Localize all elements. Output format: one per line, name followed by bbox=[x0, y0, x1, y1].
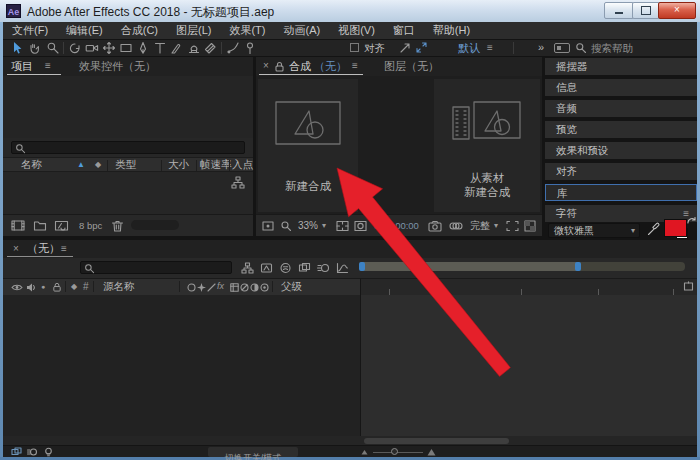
column-type[interactable]: 类型 bbox=[115, 158, 136, 171]
new-folder-icon[interactable] bbox=[33, 219, 47, 232]
zoom-level-dropdown[interactable]: 33% bbox=[298, 218, 318, 233]
column-framerate[interactable]: 帧速率 bbox=[200, 158, 232, 171]
timeline-zoom-slider-track[interactable] bbox=[373, 452, 423, 453]
timeline-zoom-slider-thumb[interactable] bbox=[391, 448, 398, 455]
workspace-label[interactable]: 默认 bbox=[458, 40, 480, 56]
pan-behind-tool-icon[interactable] bbox=[102, 41, 117, 56]
resolution-dropdown[interactable]: 完整 bbox=[470, 218, 490, 233]
frame-blending-toggle-icon[interactable] bbox=[11, 447, 22, 457]
effects-switch-icon[interactable]: fx bbox=[217, 279, 224, 294]
interpret-footage-icon[interactable] bbox=[11, 219, 26, 232]
timeline-hscrollbar[interactable] bbox=[360, 436, 697, 445]
3d-layer-switch-icon[interactable] bbox=[260, 283, 269, 292]
workspace-menu-icon[interactable]: ≡ bbox=[487, 40, 493, 56]
column-source-name[interactable]: 源名称 bbox=[103, 279, 135, 294]
roto-brush-tool-icon[interactable] bbox=[226, 41, 241, 56]
panel-tab-effects-presets[interactable]: 效果和预设 bbox=[545, 142, 697, 159]
time-navigator[interactable] bbox=[359, 262, 685, 271]
lock-icon[interactable] bbox=[274, 61, 285, 72]
safe-margins-icon[interactable] bbox=[336, 220, 349, 232]
menu-file[interactable]: 文件(F) bbox=[3, 22, 57, 39]
panel-tab-align[interactable]: 对齐 bbox=[545, 163, 697, 180]
tab-project[interactable]: 项目 bbox=[11, 57, 33, 75]
snapshot-camera-icon[interactable] bbox=[428, 220, 442, 232]
label-tag-icon[interactable]: ◆ bbox=[71, 279, 77, 294]
pen-tool-icon[interactable] bbox=[136, 41, 151, 56]
zoom-in-mountain-icon[interactable] bbox=[427, 448, 436, 456]
trash-icon[interactable] bbox=[111, 219, 124, 232]
type-tool-icon[interactable] bbox=[153, 41, 168, 56]
tab-effect-controls[interactable]: 效果控件（无） bbox=[79, 57, 156, 75]
transparency-grid-icon[interactable] bbox=[524, 220, 536, 232]
tab-composition[interactable]: 合成 bbox=[289, 57, 311, 75]
selection-tool-icon[interactable] bbox=[10, 41, 25, 56]
snap-expand-icon[interactable] bbox=[415, 41, 428, 54]
chevron-down-icon[interactable]: ▾ bbox=[322, 218, 326, 233]
time-navigator-view[interactable] bbox=[363, 262, 577, 271]
camera-tool-icon[interactable] bbox=[85, 41, 100, 56]
show-channel-icon[interactable] bbox=[448, 220, 464, 232]
menu-help[interactable]: 帮助(H) bbox=[424, 22, 479, 39]
graph-editor-icon[interactable] bbox=[336, 262, 349, 274]
layer-number-column[interactable]: # bbox=[83, 279, 89, 294]
tab-close-icon[interactable]: × bbox=[13, 240, 19, 257]
label-tag-icon[interactable]: ◆ bbox=[95, 158, 101, 171]
tab-composition-state[interactable]: （无） bbox=[314, 57, 347, 75]
time-ruler[interactable] bbox=[360, 278, 697, 295]
new-composition-icon[interactable] bbox=[54, 219, 69, 232]
mask-visibility-icon[interactable] bbox=[354, 220, 367, 232]
brainstorm-toggle-icon[interactable] bbox=[43, 447, 54, 457]
track-area[interactable] bbox=[360, 295, 697, 436]
shy-layers-icon[interactable] bbox=[279, 262, 292, 274]
menu-animation[interactable]: 动画(A) bbox=[275, 22, 330, 39]
column-name[interactable]: 名称 bbox=[21, 158, 42, 171]
always-preview-icon[interactable] bbox=[262, 220, 274, 232]
project-bottom-scrollbar[interactable] bbox=[131, 220, 179, 230]
menu-window[interactable]: 窗口 bbox=[384, 22, 424, 39]
font-family-select[interactable]: 微软雅黑 ▾ bbox=[548, 223, 640, 238]
hscrollbar-thumb[interactable] bbox=[364, 438, 509, 444]
brush-tool-icon[interactable] bbox=[170, 41, 185, 56]
collapse-switch-icon[interactable] bbox=[197, 283, 206, 292]
minimize-button[interactable] bbox=[604, 2, 634, 19]
menu-effect[interactable]: 效果(T) bbox=[220, 22, 274, 39]
menu-layer[interactable]: 图层(L) bbox=[167, 22, 220, 39]
solo-icon[interactable]: ● bbox=[41, 279, 45, 294]
panel-tab-wiggler[interactable]: 摇摆器 bbox=[545, 58, 697, 75]
rectangle-tool-icon[interactable] bbox=[119, 41, 134, 56]
new-composition-button[interactable]: 新建合成 bbox=[258, 79, 358, 212]
zoom-out-mountain-icon[interactable] bbox=[361, 449, 368, 455]
panel-tab-audio[interactable]: 音频 bbox=[545, 100, 697, 117]
bit-depth-label[interactable]: 8 bpc bbox=[79, 218, 102, 233]
help-search-input[interactable]: 搜索帮助 bbox=[575, 41, 695, 55]
column-parent[interactable]: 父级 bbox=[281, 279, 302, 294]
hand-tool-icon[interactable] bbox=[28, 41, 43, 56]
menu-composition[interactable]: 合成(C) bbox=[112, 22, 167, 39]
window-titlebar[interactable]: Ae Adobe After Effects CC 2018 - 无标题项目.a… bbox=[0, 0, 700, 23]
column-size[interactable]: 大小 bbox=[168, 158, 189, 171]
project-search-input[interactable] bbox=[11, 141, 245, 154]
tab-close-icon[interactable]: × bbox=[263, 57, 269, 75]
snap-checkbox[interactable] bbox=[350, 43, 359, 52]
motion-blur-icon[interactable] bbox=[317, 262, 330, 274]
eye-icon[interactable] bbox=[11, 283, 23, 292]
tab-timeline-none[interactable]: （无） bbox=[27, 240, 60, 257]
frame-blending-icon[interactable] bbox=[298, 262, 311, 274]
layer-list-area[interactable] bbox=[3, 295, 360, 436]
navigator-start-handle[interactable] bbox=[359, 262, 365, 271]
timeline-search-input[interactable] bbox=[80, 261, 232, 274]
magnification-icon[interactable] bbox=[280, 220, 292, 232]
region-of-interest-icon[interactable] bbox=[506, 220, 519, 232]
lock-icon[interactable] bbox=[52, 282, 62, 292]
audio-icon[interactable] bbox=[26, 283, 36, 292]
toggle-switches-modes-button[interactable]: 切换开关/模式 bbox=[208, 447, 298, 457]
close-button[interactable]: × bbox=[658, 2, 696, 19]
menu-edit[interactable]: 编辑(E) bbox=[57, 22, 112, 39]
rotation-tool-icon[interactable] bbox=[68, 41, 83, 56]
timecode-field[interactable]: 0:00:00:00 bbox=[374, 218, 419, 233]
panel-toggle-icon[interactable] bbox=[554, 43, 570, 53]
project-panel-menu-icon[interactable]: ≡ bbox=[45, 57, 51, 75]
workspace-overflow-icon[interactable]: » bbox=[538, 40, 544, 55]
shy-switch-icon[interactable] bbox=[187, 283, 196, 292]
column-inpoint[interactable]: 入点 bbox=[232, 158, 253, 171]
